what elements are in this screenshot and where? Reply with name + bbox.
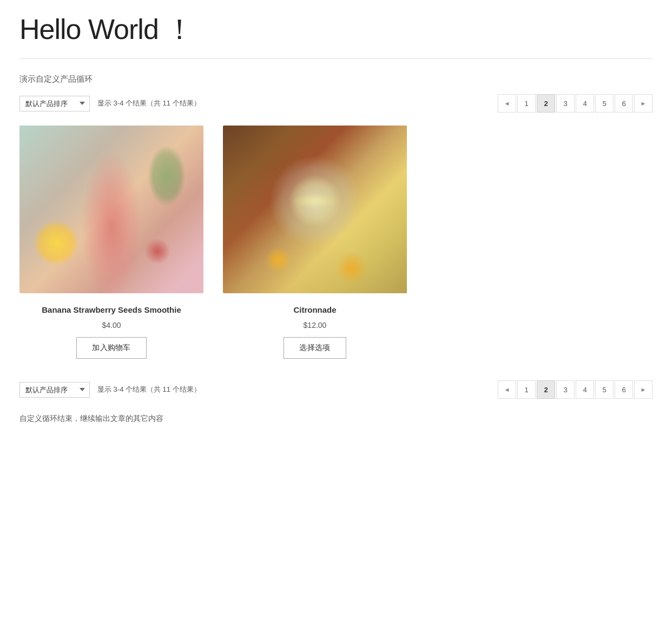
product-card-smoothie: Banana Strawberry Seeds Smoothie $4.00 加… [19,126,203,359]
page-4-top[interactable]: 4 [576,94,594,113]
page-2-bottom[interactable]: 2 [537,380,555,399]
products-grid: Banana Strawberry Seeds Smoothie $4.00 加… [19,126,653,359]
result-count-top: 显示 3-4 个结果（共 11 个结果） [97,98,201,108]
product-price-smoothie: $4.00 [102,321,121,330]
prev-page-bottom[interactable]: ◄ [498,380,516,399]
page-2-top[interactable]: 2 [537,94,555,113]
sort-select-top[interactable]: 默认产品排序 [19,96,90,111]
result-count-bottom: 显示 3-4 个结果（共 11 个结果） [97,385,201,394]
page-1-bottom[interactable]: 1 [517,380,536,399]
product-image-citronnade [223,126,407,293]
product-name-smoothie: Banana Strawberry Seeds Smoothie [42,304,181,315]
product-image-smoothie [19,126,203,293]
product-name-citronnade: Citronnade [293,304,336,315]
title-divider [19,58,653,59]
add-to-cart-smoothie[interactable]: 加入购物车 [76,337,147,359]
page-5-top[interactable]: 5 [595,94,614,113]
product-card-citronnade: Citronnade $12.00 选择选项 [223,126,407,359]
sort-select-bottom[interactable]: 默认产品排序 [19,382,90,398]
prev-page-top[interactable]: ◄ [498,94,516,113]
page-4-bottom[interactable]: 4 [576,380,594,399]
section-title: 演示自定义产品循环 [19,74,653,84]
toolbar-top: 默认产品排序 显示 3-4 个结果（共 11 个结果） ◄ 1 2 3 4 5 … [19,94,653,113]
next-page-top[interactable]: ► [634,94,653,113]
pagination-top: ◄ 1 2 3 4 5 6 ► [498,94,653,113]
bottom-section: 默认产品排序 显示 3-4 个结果（共 11 个结果） ◄ 1 2 3 4 5 … [19,380,653,424]
toolbar-bottom-left: 默认产品排序 显示 3-4 个结果（共 11 个结果） [19,382,201,398]
page-6-top[interactable]: 6 [615,94,633,113]
toolbar-top-left: 默认产品排序 显示 3-4 个结果（共 11 个结果） [19,96,201,111]
page-3-top[interactable]: 3 [556,94,575,113]
page-1-top[interactable]: 1 [517,94,536,113]
page-5-bottom[interactable]: 5 [595,380,614,399]
pagination-bottom: ◄ 1 2 3 4 5 6 ► [498,380,653,399]
toolbar-bottom: 默认产品排序 显示 3-4 个结果（共 11 个结果） ◄ 1 2 3 4 5 … [19,380,653,399]
page-title: Hello World ！ [19,11,653,49]
footer-text: 自定义循环结束，继续输出文章的其它内容 [19,414,653,424]
product-price-citronnade: $12.00 [304,321,327,330]
select-options-citronnade[interactable]: 选择选项 [284,337,346,359]
page-6-bottom[interactable]: 6 [615,380,633,399]
page-3-bottom[interactable]: 3 [556,380,575,399]
next-page-bottom[interactable]: ► [634,380,653,399]
